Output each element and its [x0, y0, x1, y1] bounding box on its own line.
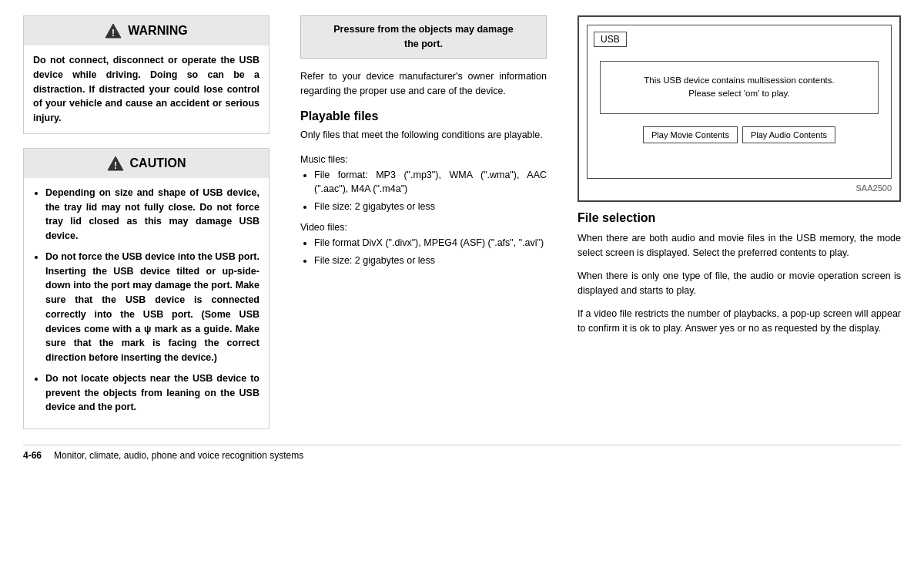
usb-code: SAA2500 [587, 183, 892, 193]
svg-text:!: ! [114, 160, 117, 171]
caution-title: CAUTION [130, 156, 186, 170]
page-layout: ! WARNING Do not connect, disconnect or … [23, 15, 901, 429]
play-movie-button[interactable]: Play Movie Contents [643, 126, 738, 143]
caution-item-3: Do not locate objects near the USB devic… [45, 371, 259, 415]
usb-buttons-row: Play Movie Contents Play Audio Contents [594, 126, 885, 143]
file-selection-para-2: When there is only one type of file, the… [578, 269, 901, 299]
usb-message-box: This USB device contains multisession co… [600, 61, 879, 114]
usb-message-line1: This USB device contains multisession co… [644, 76, 834, 85]
warning-title: WARNING [128, 24, 187, 38]
warning-body: Do not connect, disconnect or operate th… [24, 45, 269, 133]
warning-triangle-icon: ! [105, 22, 122, 39]
usb-screen-inner: USB This USB device contains multisessio… [587, 25, 892, 179]
usb-screen-container: USB This USB device contains multisessio… [578, 15, 901, 202]
pressure-warning-box: Pressure from the objects may damagethe … [300, 15, 547, 59]
music-label: Music files: [300, 154, 547, 165]
playable-files-title: Playable files [300, 109, 547, 123]
left-column: ! WARNING Do not connect, disconnect or … [23, 15, 285, 429]
video-item-1: File format DivX (".divx"), MPEG4 (ASF) … [314, 236, 547, 250]
footer-description: Monitor, climate, audio, phone and voice… [54, 450, 303, 461]
middle-column: Pressure from the objects may damagethe … [285, 15, 562, 429]
caution-list: Depending on size and shape of USB devic… [33, 186, 259, 415]
refer-text: Refer to your device manufacturer's owne… [300, 69, 547, 99]
file-selection-para-1: When there are both audio and movie file… [578, 231, 901, 261]
video-label: Video files: [300, 222, 547, 233]
playable-intro: Only files that meet the following condi… [300, 128, 547, 143]
file-selection-title: File selection [578, 211, 901, 225]
right-column: USB This USB device contains multisessio… [562, 15, 901, 429]
caution-item-1: Depending on size and shape of USB devic… [45, 186, 259, 244]
pressure-warning-text: Pressure from the objects may damagethe … [333, 24, 513, 49]
play-audio-button[interactable]: Play Audio Contents [742, 126, 835, 143]
music-item-2: File size: 2 gigabytes or less [314, 200, 547, 214]
page-footer: 4-66 Monitor, climate, audio, phone and … [23, 445, 901, 461]
caution-item-2: Do not force the USB device into the USB… [45, 250, 259, 365]
video-item-2: File size: 2 gigabytes or less [314, 254, 547, 268]
music-item-1: File format: MP3 (".mp3"), WMA (".wma"),… [314, 168, 547, 197]
warning-box: ! WARNING Do not connect, disconnect or … [23, 15, 270, 134]
video-list: File format DivX (".divx"), MPEG4 (ASF) … [300, 236, 547, 268]
usb-message-line2: Please select 'om' to play. [688, 89, 789, 98]
file-selection-para-3: If a video file restricts the number of … [578, 307, 901, 337]
music-list: File format: MP3 (".mp3"), WMA (".wma"),… [300, 168, 547, 214]
caution-box: ! CAUTION Depending on size and shape of… [23, 148, 270, 429]
svg-text:!: ! [112, 28, 115, 39]
warning-header: ! WARNING [24, 16, 269, 45]
usb-label: USB [594, 32, 627, 47]
caution-triangle-icon: ! [107, 155, 124, 172]
caution-header: ! CAUTION [24, 149, 269, 178]
footer-page-number: 4-66 [23, 450, 42, 461]
caution-body: Depending on size and shape of USB devic… [24, 178, 269, 428]
